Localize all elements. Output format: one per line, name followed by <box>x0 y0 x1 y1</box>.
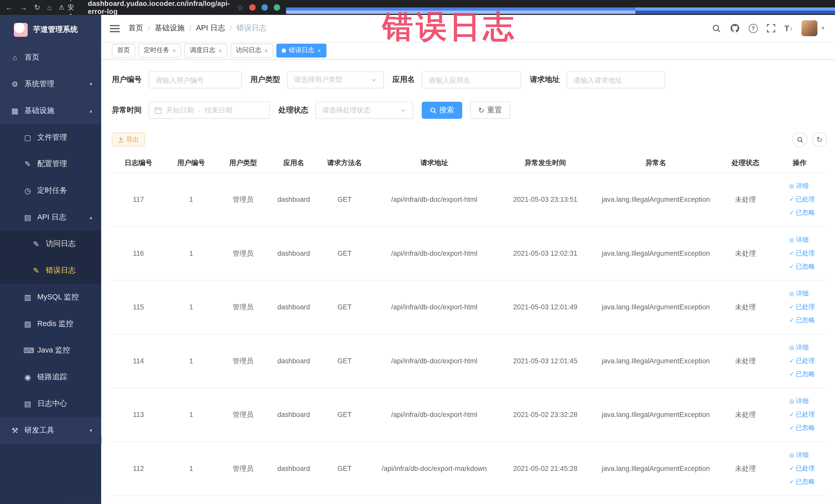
help-icon[interactable]: ? <box>749 24 758 33</box>
detail-link[interactable]: ◎详细 <box>789 180 827 193</box>
tab-error-log[interactable]: 错误日志 × <box>277 43 326 57</box>
vue-devtools-icon[interactable] <box>273 4 280 11</box>
bookmark-star-icon[interactable]: ☆ <box>237 3 244 12</box>
sidebar-item-access-log[interactable]: ✎ 访问日志 <box>0 230 101 257</box>
sidebar-item-error-log[interactable]: ✎ 错误日志 <box>0 257 101 284</box>
ignore-link[interactable]: ✓已忽略 <box>789 475 827 489</box>
browser-chrome: ← → ↻ ⌂ ⚠ 不安全 dashboard.yudao.iocoder.cn… <box>0 0 835 15</box>
extensions-grid-icon[interactable] <box>286 7 835 14</box>
tab-schedule-log[interactable]: 调度日志 × <box>185 43 227 57</box>
app-title: 芋道管理系统 <box>33 25 78 34</box>
detail-link[interactable]: ◎详细 <box>789 448 827 462</box>
home-icon[interactable]: ⌂ <box>47 4 52 11</box>
search-icon[interactable] <box>712 24 721 33</box>
sidebar-item-trace[interactable]: ◉ 链路追踪 <box>0 364 101 390</box>
calendar-icon <box>155 106 162 114</box>
tab-home[interactable]: 首页 <box>112 43 135 57</box>
sidebar-item-java[interactable]: ⌨ Java 监控 <box>0 337 101 364</box>
font-size-icon[interactable]: T↕ <box>785 24 792 33</box>
sidebar-item-system[interactable]: ⚙ 系统管理 ▾ <box>0 71 101 98</box>
status-select[interactable]: 请选择处理状态 <box>315 102 413 119</box>
breadcrumb-home[interactable]: 首页 <box>128 23 143 33</box>
sidebar-item-infra[interactable]: ▦ 基础设施 ▴ <box>0 98 101 124</box>
toggle-search-button[interactable] <box>792 132 807 147</box>
detail-link[interactable]: ◎详细 <box>789 234 827 247</box>
user-type-select[interactable]: 请选择用户类型 <box>287 72 384 88</box>
sidebar-item-home[interactable]: ⌂ 首页 <box>0 44 101 71</box>
page-content: 用户编号 用户类型 请选择用户类型 应用名 <box>101 60 835 504</box>
extension-icon-blue[interactable] <box>262 4 268 11</box>
sidebar-item-job[interactable]: ◷ 定时任务 <box>0 177 101 204</box>
process-link[interactable]: ✓已处理 <box>789 354 827 368</box>
cell-url: /api/infra/db-doc/export-html <box>371 173 498 226</box>
close-icon[interactable]: × <box>219 47 222 54</box>
sidebar-item-log-center[interactable]: ▤ 日志中心 <box>0 390 101 417</box>
sidebar-item-mysql[interactable]: ▥ MySQL 监控 <box>0 284 101 311</box>
table-row: 116 1 管理员 dashboard GET /api/infra/db-do… <box>112 226 827 280</box>
cell-actions: ◎详细 ✓已处理 ✓已忽略 <box>772 388 827 442</box>
sidebar-item-api-log[interactable]: ▤ API 日志 ▴ <box>0 204 101 231</box>
right-toolbar: ↻ <box>788 132 827 147</box>
detail-link[interactable]: ◎详细 <box>789 341 827 354</box>
process-link[interactable]: ✓已处理 <box>789 408 827 421</box>
cell-user-type: 管理员 <box>217 388 269 442</box>
request-url-input[interactable] <box>567 72 665 88</box>
github-icon[interactable] <box>730 23 739 33</box>
process-link[interactable]: ✓已处理 <box>789 247 827 260</box>
tabs-bar: 首页 定时任务 × 调度日志 × 访问日志 × 错误日志 × <box>101 42 835 60</box>
tools-icon: ⚒ <box>11 426 19 435</box>
reload-icon[interactable]: ↻ <box>34 4 40 11</box>
sidebar-item-redis[interactable]: ▧ Redis 监控 <box>0 310 101 337</box>
breadcrumb-api-log[interactable]: API 日志 <box>196 23 225 33</box>
sidebar-item-devtools[interactable]: ⚒ 研发工具 ▾ <box>0 417 101 444</box>
app-name-input[interactable] <box>422 72 521 88</box>
log-icon: ▤ <box>23 213 32 222</box>
cell-user-id: 1 <box>165 334 217 388</box>
cell-method: GET <box>319 226 371 280</box>
ignore-link[interactable]: ✓已忽略 <box>789 367 827 381</box>
column-header: 异常名 <box>593 153 719 173</box>
detail-link[interactable]: ◎详细 <box>789 395 827 408</box>
user-id-input[interactable] <box>149 72 242 88</box>
back-icon[interactable]: ← <box>5 4 13 11</box>
user-menu[interactable]: ▼ <box>801 20 825 36</box>
cell-user-id: 1 <box>165 442 217 496</box>
extension-icon-red[interactable] <box>249 4 256 11</box>
ignore-link[interactable]: ✓已忽略 <box>789 421 827 435</box>
close-icon[interactable]: × <box>265 47 268 54</box>
cell-log-id: 113 <box>112 388 165 442</box>
breadcrumb-infra[interactable]: 基础设施 <box>155 23 185 33</box>
sidebar-item-file[interactable]: ▢ 文件管理 <box>0 124 101 151</box>
sidebar-item-config[interactable]: ✎ 配置管理 <box>0 151 101 177</box>
cell-exception: java.lang.IllegalArgumentException <box>593 388 719 442</box>
column-header: 异常发生时间 <box>498 153 593 173</box>
infrastructure-icon: ▦ <box>11 106 19 115</box>
logo[interactable]: 芋道管理系统 <box>0 15 101 44</box>
reset-button[interactable]: ↻ 重置 <box>470 102 510 119</box>
process-link[interactable]: ✓已处理 <box>789 300 827 314</box>
process-link[interactable]: ✓已处理 <box>789 462 827 475</box>
fullscreen-icon[interactable] <box>767 24 775 32</box>
ignore-link[interactable]: ✓已忽略 <box>789 260 827 273</box>
refresh-button[interactable]: ↻ <box>812 132 827 147</box>
export-button[interactable]: 导出 <box>112 133 145 147</box>
cell-actions: ◎详细 ✓已处理 ✓已忽略 <box>772 173 827 226</box>
forward-icon[interactable]: → <box>20 4 27 11</box>
ignore-link[interactable]: ✓已忽略 <box>789 314 827 327</box>
date-range-picker[interactable]: 开始日期 - 结束日期 <box>149 102 270 119</box>
tab-scheduled-tasks[interactable]: 定时任务 × <box>138 43 181 57</box>
check-icon: ✓ <box>789 408 794 421</box>
cell-time: 2021-05-02 21:45:28 <box>498 442 593 496</box>
cell-log-id: 116 <box>112 226 165 280</box>
close-icon[interactable]: × <box>318 47 321 54</box>
close-icon[interactable]: × <box>172 47 176 54</box>
sidebar-toggle[interactable] <box>109 24 120 32</box>
logo-image <box>14 23 28 37</box>
ignore-link[interactable]: ✓已忽略 <box>789 206 827 220</box>
tab-access-log[interactable]: 访问日志 × <box>230 43 273 57</box>
address-bar[interactable]: dashboard.yudao.iocoder.cn/infra/log/api… <box>88 0 230 15</box>
process-link[interactable]: ✓已处理 <box>789 193 827 206</box>
filter-user-id: 用户编号 <box>112 72 242 88</box>
detail-link[interactable]: ◎详细 <box>789 287 827 300</box>
search-button[interactable]: 搜索 <box>422 102 462 119</box>
